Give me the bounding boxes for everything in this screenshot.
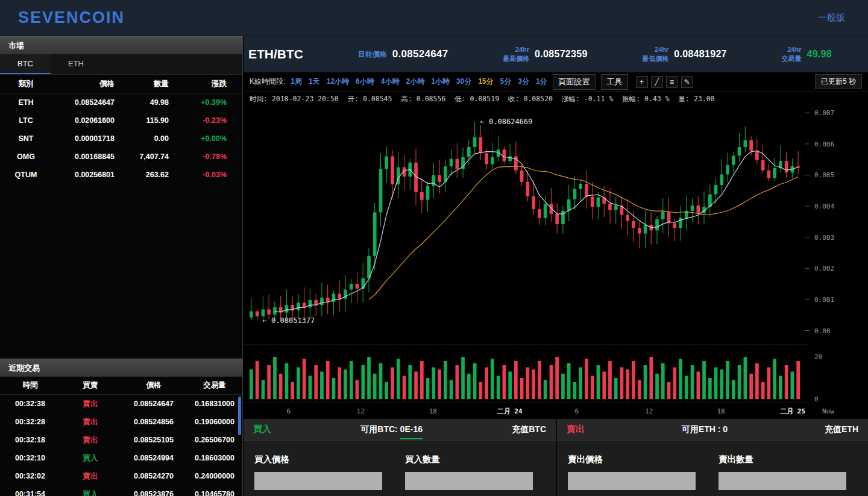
svg-text:6: 6 <box>287 407 291 415</box>
buy-panel: 買入 可用BTC: 0E-16 充值BTC 買入價格 買入數量 <box>244 419 556 496</box>
trade-row: 00:32:38賣出0.085246470.16831000 <box>0 395 242 413</box>
svg-text:12: 12 <box>357 407 365 415</box>
period-button-1天[interactable]: 1天 <box>309 77 320 87</box>
ohlc-field: 量: 23.00 <box>679 95 715 104</box>
period-button-15分[interactable]: 15分 <box>478 77 493 87</box>
high-price-value: 0.08572359 <box>535 49 588 60</box>
period-button-1周[interactable]: 1周 <box>291 77 302 87</box>
trade-volume: 0.24000000 <box>187 472 242 480</box>
trendline-tool-icon[interactable]: ╱ <box>651 76 663 88</box>
tools-button[interactable]: 工具 <box>601 74 628 90</box>
period-button-4小時[interactable]: 4小時 <box>381 77 400 87</box>
ticker-bar: ETH/BTC 目前價格 0.08524647 24hr 最高價格 0.0857… <box>244 36 868 72</box>
period-button-30分[interactable]: 30分 <box>456 77 471 87</box>
market-row-eth[interactable]: ETH0.0852464749.98+0.39% <box>0 93 242 111</box>
sell-title: 賣出 <box>567 424 585 435</box>
trade-time: 00:32:18 <box>0 436 60 444</box>
market-symbol: SNT <box>0 134 52 143</box>
trade-row: 00:32:10買入0.085249940.18603000 <box>0 449 242 467</box>
buy-amount-input[interactable] <box>405 472 533 490</box>
trade-time: 00:31:54 <box>0 490 60 496</box>
period-button-2小時[interactable]: 2小時 <box>406 77 424 87</box>
market-amount: 0.00 <box>115 134 169 143</box>
svg-text:0.081: 0.081 <box>814 296 834 304</box>
sell-price-input[interactable] <box>568 472 696 490</box>
buy-title: 買入 <box>253 424 271 435</box>
draw-tool-icon[interactable]: ✎ <box>681 76 693 88</box>
col-amount: 數量 <box>115 79 169 89</box>
trades-section-title: 近期交易 <box>0 359 242 377</box>
sell-amount-input[interactable] <box>719 472 846 490</box>
market-price: 0.00001718 <box>52 134 115 143</box>
low-24hr-label: 24hr <box>642 45 668 54</box>
market-price: 0.02061600 <box>52 116 115 125</box>
buy-available-label: 可用BTC: <box>360 424 397 434</box>
col-price: 價格 <box>52 79 115 89</box>
low-price-value: 0.08481927 <box>674 49 727 60</box>
chart-area[interactable]: 0.0870.0860.0850.0840.0830.0820.0810.082… <box>244 106 868 419</box>
trade-price: 0.08524856 <box>121 418 187 426</box>
period-group-label: K線時間段: <box>250 77 285 87</box>
market-change: +0.00% <box>169 134 227 143</box>
market-row-omg[interactable]: OMG0.001688457,407.74-0.78% <box>0 148 242 166</box>
col-symbol: 類別 <box>0 79 52 89</box>
trade-price: 0.08524270 <box>121 472 187 480</box>
sidebar: 市場 BTCETH 類別 價格 數量 漲跌 ETH0.0852464749.98… <box>0 36 243 496</box>
deposit-btc-link[interactable]: 充值BTC <box>512 424 546 435</box>
add-chart-icon[interactable]: + <box>636 76 648 88</box>
svg-text:0.085: 0.085 <box>814 171 834 179</box>
trade-volume: 0.18603000 <box>187 454 242 462</box>
market-amount: 49.98 <box>115 98 169 107</box>
trade-side: 賣出 <box>60 399 121 409</box>
market-amount: 115.90 <box>115 116 169 125</box>
period-button-6小時[interactable]: 6小時 <box>356 77 374 87</box>
svg-text:二月 25: 二月 25 <box>780 407 805 415</box>
period-button-3分[interactable]: 3分 <box>518 77 529 87</box>
trade-row: 00:32:02賣出0.085242700.24000000 <box>0 467 242 485</box>
page-settings-button[interactable]: 頁面設置 <box>553 74 596 90</box>
deposit-eth-link[interactable]: 充值ETH <box>825 424 858 435</box>
period-button-1小時[interactable]: 1小時 <box>431 77 450 87</box>
sell-strip: 賣出 可用ETH : 0 充值ETH <box>557 419 868 441</box>
svg-text:0.086: 0.086 <box>814 140 834 148</box>
market-row-ltc[interactable]: LTC0.02061600115.90-0.23% <box>0 111 242 130</box>
trade-time: 00:32:28 <box>0 418 60 426</box>
sell-panel: 賣出 可用ETH : 0 充值ETH 賣出價格 賣出數量 <box>556 419 868 496</box>
indicator-list-icon[interactable]: ≡ <box>666 76 678 88</box>
buy-available-value: 0E-16 <box>400 424 423 439</box>
market-row-snt[interactable]: SNT0.000017180.00+0.00% <box>0 130 242 148</box>
market-amount: 263.62 <box>115 171 169 179</box>
vol-label: 交易量 <box>781 54 801 63</box>
svg-text:0.083: 0.083 <box>814 234 834 242</box>
buy-form: 買入價格 買入數量 <box>244 441 556 490</box>
period-button-1分[interactable]: 1分 <box>536 77 547 87</box>
buy-price-label: 買入價格 <box>254 454 382 465</box>
sell-available-label: 可用ETH : <box>682 424 721 434</box>
ohlc-field: 低: 0.08519 <box>454 95 499 104</box>
market-row-qtum[interactable]: QTUM0.00256801263.62-0.03% <box>0 166 242 184</box>
trade-row: 00:32:18賣出0.085251050.26506700 <box>0 431 242 449</box>
trade-price: 0.08524647 <box>121 400 187 408</box>
trade-volume: 0.26506700 <box>187 436 242 444</box>
sell-price-label: 賣出價格 <box>568 454 696 465</box>
sell-form: 賣出價格 賣出數量 <box>557 441 868 490</box>
col-trade-price: 價格 <box>121 380 187 391</box>
period-button-5分[interactable]: 5分 <box>500 77 512 87</box>
ohlc-bar: 时间: 2018-02-23 20:50开: 0.08545高: 0.08556… <box>244 92 868 106</box>
period-button-12小時[interactable]: 12小時 <box>327 77 349 87</box>
buy-available: 可用BTC: 0E-16 <box>271 424 512 435</box>
trade-volume: 0.10465780 <box>187 490 242 496</box>
buy-price-input[interactable] <box>254 472 382 490</box>
version-link[interactable]: 一般版 <box>818 12 845 24</box>
ohlc-field: 高: 0.08556 <box>401 95 445 104</box>
trade-time: 00:32:02 <box>0 472 60 480</box>
trade-price: 0.08524994 <box>121 454 187 462</box>
svg-text:18: 18 <box>429 407 437 415</box>
sell-available-value: 0 <box>723 424 728 434</box>
current-price-group: 目前價格 0.08524647 <box>358 48 448 60</box>
market-tab-btc[interactable]: BTC <box>0 54 51 74</box>
market-tab-eth[interactable]: ETH <box>51 54 101 74</box>
current-price-label: 目前價格 <box>358 49 387 60</box>
col-change: 漲跌 <box>169 79 227 89</box>
trades-scrollbar[interactable] <box>238 397 241 435</box>
